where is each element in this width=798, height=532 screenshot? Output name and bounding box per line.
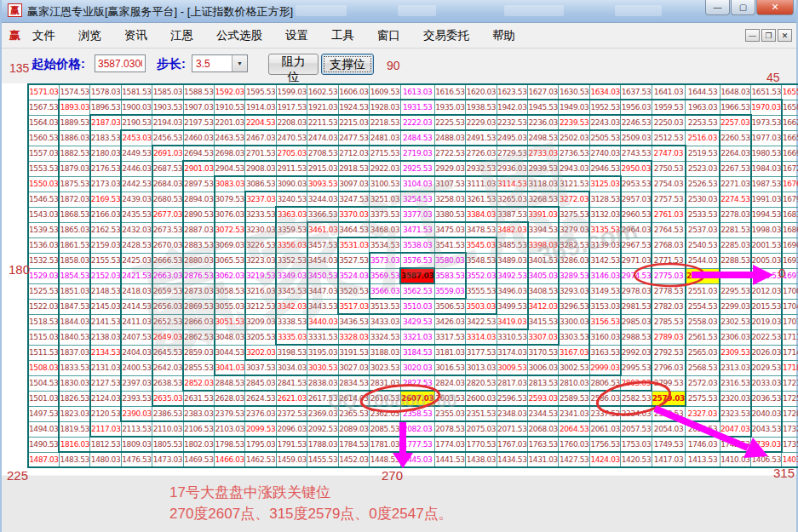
grid-cell: 2810.03: [559, 375, 589, 391]
grid-cell: 2239.53: [559, 115, 589, 130]
grid-cell: 2799.53: [652, 375, 686, 391]
mdi-close-button[interactable]: ✕: [778, 29, 792, 42]
menu-item-news[interactable]: 资讯: [124, 28, 147, 43]
support-button[interactable]: 支撑位: [321, 54, 374, 75]
grid-cell: 2008.53: [751, 268, 782, 283]
grid-cell: 3195.03: [307, 345, 338, 360]
grid-cell: 1945.53: [528, 100, 559, 115]
resistance-button[interactable]: 阻力位: [268, 54, 319, 75]
grid-cell: 2939.53: [528, 161, 559, 176]
menu-item-formula-stock-pick[interactable]: 公式选股: [216, 28, 262, 43]
grid-cell: 1753.03: [621, 437, 652, 452]
grid-cell: 2845.03: [245, 375, 276, 391]
grid-cell: 1669.03: [782, 146, 798, 161]
menu-item-help[interactable]: 帮助: [492, 28, 515, 43]
grid-cell: 2988.53: [621, 329, 652, 345]
grid-cell: 2407.53: [121, 329, 152, 345]
grid-cell: 2876.53: [183, 268, 214, 283]
grid-cell: 3496.03: [497, 283, 527, 299]
grid-cell: 2852.03: [183, 375, 214, 391]
menu-item-window[interactable]: 窗口: [377, 28, 400, 43]
grid-cell: 3240.53: [276, 192, 307, 207]
grid-cell: 3048.03: [215, 329, 245, 345]
grid-cell: 3370.03: [338, 207, 369, 222]
grid-cell: 1921.03: [307, 100, 338, 115]
grid-cell: 3146.03: [589, 268, 620, 283]
grid-cell: 2995.53: [621, 360, 652, 375]
grid-cell: 1606.03: [338, 84, 369, 100]
grid-cell: 3293.03: [559, 283, 589, 299]
grid-cell: 2369.03: [307, 406, 338, 421]
grid-cell: 1504.53: [28, 375, 59, 391]
degree-label-225: 225: [7, 468, 28, 483]
menu-item-settings[interactable]: 设置: [285, 28, 308, 43]
grid-cell: 1781.03: [370, 437, 400, 452]
grid-cell: 2110.03: [152, 421, 183, 437]
grid-cell: 3317.53: [434, 329, 465, 345]
step-select[interactable]: 3.5 ▼: [192, 54, 248, 72]
menu-item-gann[interactable]: 江恩: [170, 28, 193, 43]
menu-item-trade-entrust[interactable]: 交易委托: [423, 28, 469, 43]
grid-cell: 1417.03: [652, 452, 686, 467]
grid-cell: 1812.53: [90, 437, 121, 452]
grid-cell: 3160.03: [589, 329, 620, 345]
grid-cell: 3464.53: [338, 222, 369, 237]
mdi-minimize-button[interactable]: —: [745, 29, 760, 42]
menu-item-browse[interactable]: 浏览: [78, 28, 101, 43]
grid-cell: 3366.53: [307, 207, 338, 222]
grid-cell: 3457.53: [307, 237, 338, 253]
grid-cell: 1987.53: [751, 176, 782, 192]
grid-cell: 2705.03: [276, 146, 307, 161]
grid-cell: 3223.03: [245, 253, 276, 268]
grid-cell: 2992.03: [621, 345, 652, 360]
start-price-input[interactable]: [95, 54, 146, 72]
grid-cell: 3520.53: [338, 283, 369, 299]
grid-cell: 3363.03: [276, 207, 307, 222]
grid-cell: 2859.03: [183, 345, 214, 360]
degree-label-45: 45: [766, 71, 780, 84]
grid-cell: 1973.53: [751, 115, 782, 130]
grid-cell: 3009.53: [497, 360, 527, 375]
grid-cell: 3321.03: [400, 329, 434, 345]
grid-cell: 2113.53: [121, 421, 152, 437]
grid-cell: 2400.53: [121, 360, 152, 375]
grid-cell: 3405.03: [528, 268, 559, 283]
grid-cell: 1774.03: [434, 437, 465, 452]
grid-cell: 2327.03: [686, 406, 720, 421]
grid-cell: 1756.53: [589, 437, 620, 452]
grid-cell: 2439.03: [121, 192, 152, 207]
grid-cell: 2495.03: [497, 130, 527, 146]
grid-cell: 3177.53: [466, 345, 497, 360]
window-controls: — ▢ ✕: [704, 0, 794, 15]
grid-cell: 1823.03: [59, 406, 89, 421]
grid-cell: 1662.03: [782, 115, 798, 130]
menu-item-tools[interactable]: 工具: [331, 28, 354, 43]
grid-cell: 3069.03: [215, 237, 245, 253]
menu-item-file[interactable]: 文件: [32, 28, 55, 43]
app-logo-icon-small: 赢: [9, 28, 20, 43]
grid-cell: 1837.03: [59, 345, 89, 360]
minimize-button[interactable]: —: [705, 0, 730, 15]
grid-cell: 2365.53: [338, 406, 369, 421]
grid-cell: 3429.53: [400, 314, 434, 329]
grid-cell: 1637.53: [621, 84, 652, 100]
grid-cell: 2309.53: [720, 345, 750, 360]
grid-cell: 2253.53: [686, 115, 720, 130]
grid-cell: 1445.03: [400, 452, 434, 467]
grid-cell: 3181.03: [434, 345, 465, 360]
grid-cell: 2033.03: [751, 375, 782, 391]
grid-cell: 1777.53: [400, 437, 434, 452]
grid-cell: 1539.53: [28, 222, 59, 237]
mdi-restore-button[interactable]: ❐: [761, 29, 776, 42]
maximize-button[interactable]: ▢: [731, 0, 755, 15]
grid-cell: 2519.53: [686, 146, 720, 161]
grid-cell: 2722.53: [434, 146, 465, 161]
grid-cell: 1924.53: [338, 100, 369, 115]
close-button[interactable]: ✕: [756, 0, 794, 15]
grid-cell: 2022.53: [751, 329, 782, 345]
grid-cell: 2117.03: [90, 421, 121, 437]
grid-cell: 1819.53: [59, 421, 89, 437]
grid-cell: 2211.53: [307, 115, 338, 130]
grid-cell: 3163.53: [589, 345, 620, 360]
chevron-down-icon[interactable]: ▼: [232, 55, 247, 72]
